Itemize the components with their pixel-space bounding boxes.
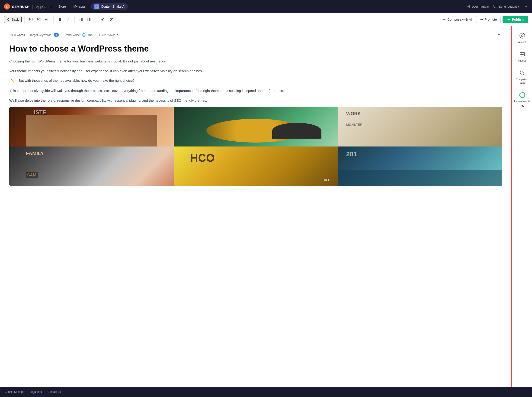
svg-text:S: S [6, 6, 8, 8]
side-panel-ai-chat[interactable]: AI chat [512, 30, 532, 46]
publish-button[interactable]: Publish [502, 16, 528, 23]
h2-button[interactable]: H2 [35, 16, 43, 23]
feedback-icon [493, 4, 497, 9]
settings-link[interactable] [524, 4, 528, 9]
gear-icon [524, 4, 528, 9]
promote-button[interactable]: Promote [476, 16, 501, 23]
images-icon [519, 51, 526, 58]
mosaic-cell-1: ISTE [9, 107, 174, 147]
book-icon [466, 4, 470, 9]
app-badge[interactable]: ContentShake AI [91, 3, 128, 10]
clear-format-button[interactable] [108, 16, 115, 23]
h1-button[interactable]: H1 [27, 16, 35, 23]
article-paragraph-2[interactable]: Your theme impacts your site's functiona… [9, 68, 502, 74]
edit-hint-icon[interactable]: ✏️ [9, 78, 16, 84]
article-paragraph-1[interactable]: Choosing the right WordPress theme for y… [9, 58, 502, 64]
compose-with-ai-button[interactable]: Compose with AI [440, 16, 474, 23]
link-icon [100, 18, 104, 21]
contentshake-icon [95, 5, 98, 8]
mosaic-cell-3: WORK MONSTER [338, 107, 502, 147]
brand-divider: | [32, 5, 33, 9]
images-svg-icon [519, 51, 525, 57]
ai-chat-label: AI chat [518, 40, 526, 44]
globe-icon: 🌐 [82, 33, 86, 37]
editor-toolbar: Back H1 H2 H3 B I 1 2 3 [0, 13, 532, 26]
back-button[interactable]: Back [4, 16, 22, 23]
brand-voice-label: Brand Voice: [64, 33, 81, 37]
brand-voice-selector[interactable]: Brand Voice: 🌐 The SEO Guru Voice [64, 33, 120, 37]
svg-point-10 [525, 6, 527, 7]
toolbar-divider-2 [53, 16, 54, 23]
brand-voice-name: The SEO Guru Voice [87, 33, 115, 37]
ai-chat-svg-icon [519, 33, 525, 39]
svg-point-4 [96, 6, 97, 7]
contact-us-link[interactable]: Contact us [48, 390, 61, 394]
compose-ai-label: Compose with AI [447, 18, 472, 21]
back-label: Back [12, 18, 19, 21]
images-label: Images [518, 59, 526, 62]
article-body[interactable]: Choosing the right WordPress theme for y… [9, 58, 502, 103]
target-keywords-label: Target keywords: [30, 33, 52, 37]
svg-text:3: 3 [79, 19, 80, 21]
improvements-label: Improvements [514, 99, 530, 103]
improvements-count: 25 [520, 104, 524, 108]
competitor-data-icon [519, 70, 526, 76]
svg-point-27 [522, 34, 522, 34]
image-mosaic-grid: ISTE WORK MONSTER FAMILY SAM HCO 30 A [9, 107, 502, 186]
editor-area[interactable]: 1803 words Target keywords: 4 Brand Voic… [0, 26, 512, 397]
h3-button[interactable]: H3 [43, 16, 51, 23]
side-panel-images[interactable]: Images [512, 48, 532, 65]
user-manual-link[interactable]: User manual [466, 4, 489, 9]
article-paragraph-4[interactable]: This comprehensive guide will walk you t… [9, 88, 502, 94]
ordered-list-icon: 1 2 3 [79, 18, 83, 21]
send-feedback-link[interactable]: Send feedback [493, 4, 519, 9]
send-feedback-label: Send feedback [499, 5, 519, 8]
promote-icon [480, 18, 483, 21]
improvements-circle-icon [519, 92, 526, 99]
app-badge-icon [94, 4, 99, 9]
svg-point-18 [88, 19, 88, 20]
mosaic-cell-5: HCO 30 A [174, 147, 338, 186]
side-panel-competitor-data[interactable]: Competitor data [512, 67, 532, 87]
list-format-group: 1 2 3 [78, 16, 93, 23]
article-image: ISTE WORK MONSTER FAMILY SAM HCO 30 A [9, 107, 502, 186]
mosaic-cell-4: FAMILY SAM [9, 147, 174, 186]
ai-chat-icon [519, 32, 526, 39]
link-button[interactable] [99, 16, 106, 23]
footer-more-button[interactable]: ··· [523, 390, 527, 394]
bold-button[interactable]: B [56, 16, 64, 23]
target-keywords: Target keywords: 4 [30, 33, 59, 37]
legal-info-link[interactable]: Legal Info [30, 390, 42, 394]
unordered-list-button[interactable] [85, 16, 93, 23]
compose-ai-icon [442, 18, 446, 21]
main-layout: 1803 words Target keywords: 4 Brand Voic… [0, 26, 532, 397]
promote-label: Promote [485, 18, 497, 21]
collapse-icon [498, 33, 501, 36]
collapse-sidebar-button[interactable] [496, 31, 502, 38]
chevron-down-icon [117, 33, 120, 36]
store-nav-link[interactable]: Store [56, 4, 68, 9]
svg-rect-9 [494, 5, 497, 7]
article-title[interactable]: How to choose a WordPress theme [9, 44, 502, 54]
mosaic-cell-6: 201 [338, 147, 502, 186]
heading-format-group: H1 H2 H3 [27, 16, 51, 23]
app-name-label: ContentShake AI [101, 5, 125, 8]
side-panel-improvements[interactable]: Improvements 25 [512, 89, 532, 111]
semrush-logo-icon: S [4, 3, 10, 10]
back-arrow-icon [6, 18, 10, 21]
unordered-list-icon [87, 18, 91, 21]
myapps-nav-link[interactable]: My apps [72, 4, 87, 9]
article-meta: 1803 words Target keywords: 4 Brand Voic… [9, 31, 502, 38]
svg-point-17 [88, 18, 88, 19]
word-count: 1803 words [9, 33, 25, 37]
cookie-settings-link[interactable]: Cookie Settings [5, 390, 24, 394]
svg-point-19 [88, 20, 88, 21]
article-paragraph-5[interactable]: We'll also delve into the role of respon… [9, 98, 502, 104]
brand-name: SEMRUSH [12, 5, 30, 9]
keyword-count-badge[interactable]: 4 [54, 33, 59, 37]
article-paragraph-3[interactable]: ✏️ But with thousands of themes availabl… [9, 78, 502, 84]
improvements-icon [519, 92, 526, 98]
italic-button[interactable]: I [64, 16, 72, 23]
side-panel: AI chat Images Competitor data [512, 26, 532, 397]
ordered-list-button[interactable]: 1 2 3 [78, 16, 85, 23]
